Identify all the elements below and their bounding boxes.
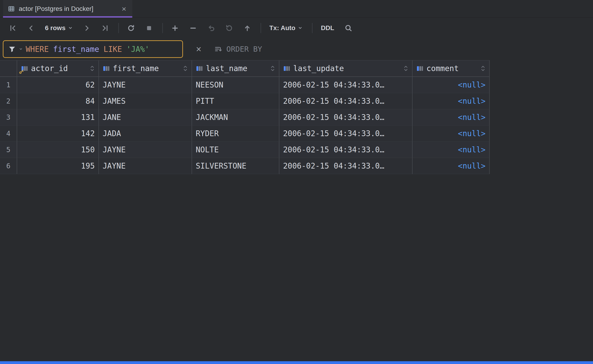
sort-arrows-icon[interactable]: [403, 65, 408, 72]
ddl-button[interactable]: DDL: [318, 21, 337, 35]
cell-last-name[interactable]: NOLTE: [192, 142, 279, 158]
revert-changes-button[interactable]: [223, 21, 236, 35]
tab-actor-table[interactable]: actor [Postgres in Docker] ×: [3, 0, 132, 17]
cell-first-name[interactable]: JANE: [99, 109, 192, 125]
column-header-last-update[interactable]: last_update: [279, 60, 413, 77]
column-name: first_name: [113, 64, 159, 73]
reload-icon: [127, 24, 135, 32]
cell-first-name[interactable]: JAYNE: [99, 142, 192, 158]
cell-first-name[interactable]: JAYNE: [99, 158, 192, 174]
cell-comment[interactable]: <null>: [413, 158, 490, 174]
transaction-mode-dropdown[interactable]: Tx: Auto: [267, 21, 306, 35]
cell-actor-id[interactable]: 150: [17, 142, 99, 158]
table-row: 6 195 JAYNE SILVERSTONE 2006-02-15 04:34…: [0, 158, 490, 174]
cell-last-update[interactable]: 2006-02-15 04:34:33.0…: [279, 125, 413, 142]
row-number[interactable]: 6: [0, 158, 17, 174]
column-name: comment: [426, 64, 459, 73]
row-number[interactable]: 5: [0, 142, 17, 158]
undo-icon: [207, 24, 215, 32]
sort-arrows-icon[interactable]: [183, 65, 188, 72]
cell-last-update[interactable]: 2006-02-15 04:34:33.0…: [279, 142, 413, 158]
plus-icon: [171, 24, 179, 32]
last-page-button[interactable]: [98, 21, 112, 35]
filter-funnel-icon: [8, 45, 16, 53]
table-row: 2 84 JAMES PITT 2006-02-15 04:34:33.0… <…: [0, 93, 490, 109]
close-tab-icon[interactable]: ×: [122, 5, 126, 13]
rollback-icon: [225, 24, 233, 32]
last-page-icon: [101, 24, 109, 32]
sort-arrows-icon[interactable]: [90, 65, 95, 72]
sort-arrows-icon[interactable]: [270, 65, 275, 72]
cell-last-name[interactable]: NEESON: [192, 77, 279, 93]
next-page-button[interactable]: [80, 21, 94, 35]
search-button[interactable]: [342, 21, 355, 35]
column-icon: [103, 65, 110, 72]
datagrip-window: actor [Postgres in Docker] × 6 rows: [0, 0, 593, 364]
cell-last-update[interactable]: 2006-02-15 04:34:33.0…: [279, 109, 413, 125]
where-filter-input[interactable]: WHERE first_name LIKE 'JA%': [3, 40, 183, 58]
cell-comment[interactable]: <null>: [413, 77, 490, 93]
table-row: 1 62 JAYNE NEESON 2006-02-15 04:34:33.0……: [0, 77, 490, 93]
clear-filter-icon[interactable]: ×: [196, 45, 201, 54]
order-by-control[interactable]: ORDER BY: [214, 45, 262, 53]
cell-actor-id[interactable]: 195: [17, 158, 99, 174]
horizontal-scrollbar[interactable]: [0, 361, 593, 364]
cell-first-name[interactable]: JADA: [99, 125, 192, 142]
chevron-down-icon: [298, 26, 303, 31]
cell-first-name[interactable]: JAYNE: [99, 77, 192, 93]
cell-comment[interactable]: <null>: [413, 142, 490, 158]
page-size-dropdown[interactable]: 6 rows: [42, 21, 76, 35]
cell-first-name[interactable]: JAMES: [99, 93, 192, 109]
toolbar-separator: [118, 23, 119, 33]
first-page-button[interactable]: [6, 21, 20, 35]
row-number[interactable]: 2: [0, 93, 17, 109]
column-name: actor_id: [31, 64, 68, 73]
cell-last-name[interactable]: JACKMAN: [192, 109, 279, 125]
sql-string-literal: 'JA%': [126, 45, 150, 54]
sort-arrows-icon[interactable]: [480, 65, 486, 72]
tab-title: actor [Postgres in Docker]: [19, 5, 93, 13]
where-expression: WHERE first_name LIKE 'JA%': [26, 45, 150, 54]
toolbar-separator: [312, 23, 313, 33]
cell-last-update[interactable]: 2006-02-15 04:34:33.0…: [279, 158, 413, 174]
undo-button[interactable]: [205, 21, 218, 35]
toolbar: 6 rows: [0, 18, 593, 39]
filter-order-row: WHERE first_name LIKE 'JA%' × ORDER BY: [0, 39, 593, 60]
column-header-first-name[interactable]: first_name: [99, 60, 192, 77]
row-number[interactable]: 3: [0, 109, 17, 125]
column-icon: [196, 65, 203, 72]
row-number[interactable]: 4: [0, 125, 17, 142]
cell-last-name[interactable]: RYDER: [192, 125, 279, 142]
submit-changes-button[interactable]: [241, 21, 254, 35]
column-name: last_name: [206, 64, 248, 73]
ddl-label: DDL: [321, 24, 334, 32]
cell-comment[interactable]: <null>: [413, 93, 490, 109]
stop-query-button[interactable]: [143, 21, 156, 35]
minus-icon: [189, 24, 197, 32]
editor-tab-bar: actor [Postgres in Docker] ×: [0, 0, 593, 18]
column-header-comment[interactable]: comment: [413, 60, 490, 77]
cell-last-name[interactable]: PITT: [192, 93, 279, 109]
reload-data-button[interactable]: [124, 21, 138, 35]
sql-keyword: WHERE: [26, 45, 49, 54]
cell-actor-id[interactable]: 131: [17, 109, 99, 125]
add-row-button[interactable]: [168, 21, 182, 35]
row-number[interactable]: 1: [0, 77, 17, 93]
chevron-down-icon: [19, 47, 23, 51]
column-header-last-name[interactable]: last_name: [192, 60, 279, 77]
cell-actor-id[interactable]: 142: [17, 125, 99, 142]
cell-comment[interactable]: <null>: [413, 109, 490, 125]
cell-actor-id[interactable]: 84: [17, 93, 99, 109]
data-grid: actor_id first_name: [0, 60, 490, 174]
next-page-icon: [83, 24, 91, 32]
grid-header-row: actor_id first_name: [0, 60, 490, 77]
cell-actor-id[interactable]: 62: [17, 77, 99, 93]
cell-last-update[interactable]: 2006-02-15 04:34:33.0…: [279, 77, 413, 93]
cell-last-update[interactable]: 2006-02-15 04:34:33.0…: [279, 93, 413, 109]
gutter-header: [0, 60, 17, 77]
previous-page-button[interactable]: [24, 21, 38, 35]
column-header-actor-id[interactable]: actor_id: [17, 60, 99, 77]
cell-comment[interactable]: <null>: [413, 125, 490, 142]
cell-last-name[interactable]: SILVERSTONE: [192, 158, 279, 174]
delete-row-button[interactable]: [186, 21, 200, 35]
